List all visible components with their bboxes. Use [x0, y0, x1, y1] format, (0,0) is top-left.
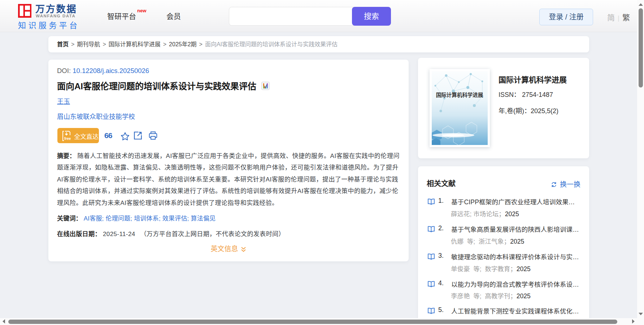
- svg-text:free: free: [64, 137, 71, 141]
- svg-text:国际计算机科学进展: 国际计算机科学进展: [436, 92, 483, 98]
